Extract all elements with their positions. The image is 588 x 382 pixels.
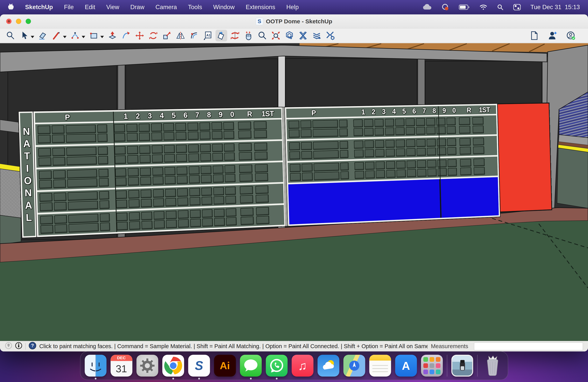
menu-help[interactable]: Help xyxy=(286,4,299,11)
scoreboard-cell xyxy=(417,169,427,177)
scoreboard-cell xyxy=(52,135,65,143)
menu-tools[interactable]: Tools xyxy=(188,4,202,11)
scoreboard-cell xyxy=(166,211,177,219)
rectangle-dropdown-caret[interactable] xyxy=(100,36,104,38)
extension-box-tool[interactable] xyxy=(284,30,295,42)
cloud-status-icon[interactable] xyxy=(423,4,432,10)
menu-clock[interactable]: Tue Dec 31 15:13 xyxy=(530,4,580,11)
help-icon[interactable]: ? xyxy=(29,342,36,351)
zoom-window-tool[interactable] xyxy=(256,30,268,42)
sign-letter: O xyxy=(24,175,32,187)
control-center-icon[interactable] xyxy=(513,4,521,10)
model-viewport[interactable]: NATIONAL P1234567890R1ST P1234567890R1ST xyxy=(0,43,588,341)
dock-illustrator[interactable]: Ai xyxy=(214,355,236,377)
dock-weather[interactable] xyxy=(317,355,339,377)
menu-window[interactable]: Window xyxy=(213,4,234,11)
push-pull-tool[interactable] xyxy=(106,30,118,42)
dock-finder[interactable] xyxy=(84,355,106,377)
dock-maps[interactable] xyxy=(343,355,365,377)
measurements-input[interactable] xyxy=(474,342,583,350)
scoreboard-cell xyxy=(54,224,67,233)
fullscreen-button[interactable] xyxy=(26,19,31,24)
dock-launchpad[interactable] xyxy=(421,355,443,377)
wifi-icon[interactable] xyxy=(480,4,487,10)
scoreboard-cell xyxy=(240,208,254,216)
arc-dropdown-caret[interactable] xyxy=(82,36,85,38)
dock-chrome[interactable] xyxy=(162,355,184,377)
scoreboard-cell xyxy=(177,188,188,197)
dock-sketchup[interactable]: S xyxy=(188,355,210,377)
follow-me-tool[interactable] xyxy=(120,30,132,42)
scoreboard-cell xyxy=(163,123,174,132)
dock-notes[interactable] xyxy=(369,355,391,377)
close-button[interactable] xyxy=(6,19,11,24)
menu-file[interactable]: File xyxy=(64,4,74,11)
dock-messages[interactable] xyxy=(240,355,262,377)
flip-tool[interactable] xyxy=(175,30,186,42)
location-icon[interactable] xyxy=(5,342,12,350)
dock-app-store[interactable]: A xyxy=(395,355,417,377)
dock-minimized-window[interactable] xyxy=(451,355,473,377)
apple-menu-icon[interactable] xyxy=(8,3,14,11)
dock-system-settings[interactable] xyxy=(136,355,158,377)
dock-trash[interactable] xyxy=(482,355,504,377)
menu-view[interactable]: View xyxy=(106,4,119,11)
scoreboard-header-label: 3 xyxy=(382,107,385,116)
scoreboard-cell xyxy=(139,123,150,132)
scoreboard-cell xyxy=(225,174,235,182)
dock-whatsapp[interactable] xyxy=(266,355,288,377)
scoreboard-cell xyxy=(140,168,151,176)
menu-camera[interactable]: Camera xyxy=(155,4,177,11)
extension-intersect-tool[interactable] xyxy=(297,30,309,42)
pan-tool[interactable] xyxy=(243,30,254,42)
dock-music[interactable]: ♫ xyxy=(292,355,313,377)
account-button[interactable] xyxy=(565,30,577,42)
scoreboard-cell xyxy=(459,117,470,125)
search-icon[interactable] xyxy=(497,4,504,11)
orbit-tool[interactable] xyxy=(229,30,241,42)
scoreboard-header-label: 7 xyxy=(422,107,426,115)
menu-edit[interactable]: Edit xyxy=(85,4,95,11)
scoreboard[interactable]: NATIONAL P1234567890R1ST P1234567890R1ST xyxy=(19,103,552,238)
title-bar[interactable]: S OOTP Dome - SketchUp xyxy=(0,14,588,28)
scoreboard-cell xyxy=(416,118,425,126)
rotate-tool[interactable] xyxy=(147,30,159,42)
zoom-extents-tool[interactable] xyxy=(270,30,282,42)
scoreboard-cell xyxy=(239,164,252,173)
select-tool[interactable] xyxy=(18,30,30,42)
dock-calendar[interactable]: DEC 31 xyxy=(110,355,132,377)
zoom-tool[interactable] xyxy=(5,30,16,42)
select-dropdown-caret[interactable] xyxy=(31,36,34,38)
arc-tool[interactable] xyxy=(69,30,81,42)
minimize-button[interactable] xyxy=(16,19,21,24)
extension-layers-tool[interactable] xyxy=(311,30,322,42)
model-info-icon[interactable] xyxy=(15,342,22,350)
svg-text:?: ? xyxy=(31,343,34,348)
eraser-tool[interactable] xyxy=(37,30,49,42)
menu-draw[interactable]: Draw xyxy=(130,4,144,11)
scoreboard-cell xyxy=(53,180,66,188)
add-collaborator-button[interactable] xyxy=(547,30,558,42)
scoreboard-header-label: 1ST xyxy=(261,109,274,118)
text-tool[interactable]: A1 xyxy=(202,30,213,42)
scoreboard-cell xyxy=(438,159,447,167)
rectangle-tool[interactable] xyxy=(88,30,100,42)
line-dropdown-caret[interactable] xyxy=(63,36,66,38)
menu-app-name[interactable]: SketchUp xyxy=(25,4,53,11)
scoreboard-cell xyxy=(189,175,200,184)
new-document-button[interactable] xyxy=(528,30,540,42)
battery-icon[interactable] xyxy=(459,4,470,10)
line-tool[interactable] xyxy=(51,30,62,42)
scoreboard-cell xyxy=(396,161,406,169)
app-status-icon[interactable] xyxy=(441,3,449,11)
scoreboard-header-label: 4 xyxy=(392,107,396,116)
launchpad-icon xyxy=(421,355,443,377)
paint-bucket-tool[interactable] xyxy=(215,30,227,42)
scoreboard-cell xyxy=(426,118,436,126)
menu-extensions[interactable]: Extensions xyxy=(246,4,275,11)
move-tool[interactable] xyxy=(134,30,146,42)
scoreboard-cell xyxy=(437,126,446,134)
extension-settings-tool[interactable] xyxy=(324,30,336,42)
scale-tool[interactable] xyxy=(161,30,173,42)
offset-tool[interactable] xyxy=(188,30,200,42)
